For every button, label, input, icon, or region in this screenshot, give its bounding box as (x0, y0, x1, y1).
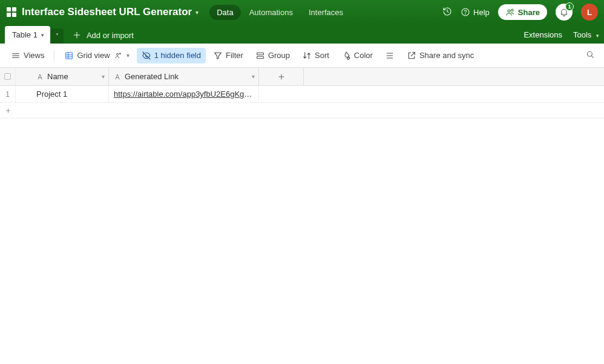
table-tab-label: Table 1 (12, 30, 38, 39)
svg-point-2 (508, 10, 510, 12)
view-toolbar: Views Grid view ▾ 1 hidden field Filter … (0, 44, 604, 68)
table-tab-caret-icon[interactable]: ▾ (41, 32, 44, 38)
base-title[interactable]: Interface Sidesheet URL Generator (22, 6, 192, 18)
filter-button[interactable]: Filter (208, 48, 248, 63)
base-menu-caret-icon[interactable]: ▾ (195, 9, 199, 16)
row-height-button[interactable] (380, 48, 399, 63)
add-field-button[interactable] (259, 68, 304, 85)
sort-label: Sort (315, 51, 329, 60)
sort-button[interactable]: Sort (297, 48, 334, 63)
column-name-label: Name (47, 72, 68, 81)
column-header-name[interactable]: Name ▾ (31, 68, 109, 85)
chevron-down-icon[interactable]: ▾ (102, 73, 105, 80)
search-button[interactable] (582, 47, 598, 64)
table-row[interactable]: 1 Project 1 https://airtable.com/app3yfb… (0, 86, 604, 103)
add-row-plus-icon[interactable] (0, 103, 16, 118)
nav-tab-data[interactable]: Data (209, 5, 240, 20)
row-number[interactable]: 1 (0, 86, 16, 102)
svg-point-1 (465, 14, 466, 15)
column-link-label: Generated Link (125, 72, 179, 81)
svg-point-3 (511, 9, 513, 11)
color-label: Color (354, 51, 373, 60)
chevron-down-icon: ▾ (126, 52, 130, 59)
airtable-logo-icon[interactable] (6, 7, 17, 18)
hidden-fields-button[interactable]: 1 hidden field (137, 48, 206, 63)
tools-button[interactable]: Tools ▾ (573, 30, 599, 39)
help-button[interactable]: Help (461, 7, 490, 17)
nav-tab-interfaces[interactable]: Interfaces (301, 5, 350, 20)
cell-name[interactable]: Project 1 (31, 86, 109, 102)
text-field-icon (36, 73, 44, 80)
cell-link-value: https://airtable.com/app3yfbU2E6gKgEl6/p… (114, 89, 254, 99)
expand-placeholder (16, 68, 31, 85)
select-all-checkbox[interactable] (0, 68, 16, 85)
svg-rect-16 (257, 56, 264, 58)
views-label: Views (24, 51, 44, 60)
tools-caret-icon: ▾ (596, 33, 599, 39)
nav-tab-automations[interactable]: Automations (242, 5, 300, 20)
grid-view-button[interactable]: Grid view ▾ (59, 48, 134, 63)
add-row[interactable] (0, 103, 604, 119)
svg-rect-9 (66, 52, 73, 59)
svg-line-21 (591, 56, 593, 57)
tables-row: Table 1 ▾ ˅ Add or import Extensions Too… (0, 24, 604, 44)
share-and-sync-button[interactable]: Share and sync (402, 48, 479, 63)
share-label: Share (518, 8, 540, 17)
help-label: Help (473, 8, 490, 17)
group-label: Group (268, 51, 290, 60)
avatar[interactable]: L (581, 4, 598, 21)
svg-rect-15 (257, 53, 264, 54)
checkbox-icon (4, 73, 11, 80)
column-header-generated-link[interactable]: Generated Link ▾ (109, 68, 259, 85)
text-field-icon (114, 73, 121, 80)
nav-tabs: Data Automations Interfaces (209, 5, 350, 20)
notifications-button[interactable]: 1 (556, 4, 573, 21)
table-tab-active[interactable]: Table 1 ▾ (5, 26, 50, 44)
table-list-dropdown[interactable]: ˅ (51, 28, 64, 44)
tools-label: Tools (573, 30, 591, 39)
share-button[interactable]: Share (498, 4, 547, 20)
history-icon[interactable] (442, 7, 452, 18)
app-header: Interface Sidesheet URL Generator ▾ Data… (0, 0, 604, 24)
grid-view-label: Grid view (77, 51, 110, 60)
add-or-import-button[interactable]: Add or import (72, 30, 134, 44)
views-button[interactable]: Views (6, 48, 49, 63)
color-button[interactable]: Color (336, 48, 378, 63)
cell-name-value: Project 1 (36, 89, 67, 99)
separator (54, 50, 54, 61)
grid-body: 1 Project 1 https://airtable.com/app3yfb… (0, 86, 604, 364)
notification-badge: 1 (565, 2, 574, 11)
share-sync-label: Share and sync (419, 51, 474, 60)
svg-point-14 (119, 53, 120, 54)
grid-header: Name ▾ Generated Link ▾ (0, 68, 604, 86)
hidden-fields-label: 1 hidden field (154, 51, 201, 60)
group-button[interactable]: Group (251, 48, 295, 63)
add-import-label: Add or import (87, 31, 134, 40)
filter-label: Filter (226, 51, 243, 60)
cell-generated-link[interactable]: https://airtable.com/app3yfbU2E6gKgEl6/p… (109, 86, 259, 102)
extensions-button[interactable]: Extensions (524, 30, 562, 39)
expand-record-button[interactable] (16, 86, 31, 102)
svg-point-13 (116, 53, 118, 55)
chevron-down-icon[interactable]: ▾ (252, 73, 255, 80)
